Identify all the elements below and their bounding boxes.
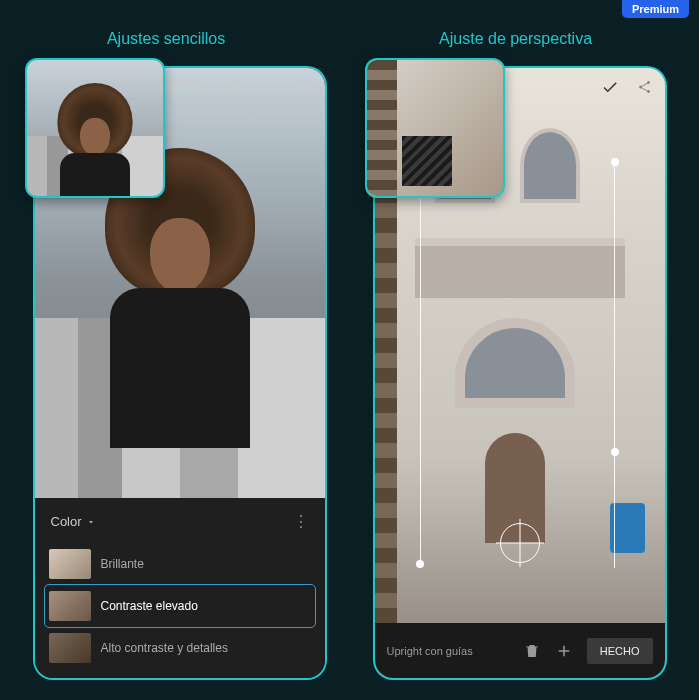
preset-label: Alto contraste y detalles: [101, 641, 228, 655]
check-icon[interactable]: [601, 78, 619, 96]
undo-icon[interactable]: [225, 76, 243, 94]
guide-handle[interactable]: [611, 158, 619, 166]
preset-item[interactable]: Brillante: [45, 543, 315, 585]
guide-handle[interactable]: [611, 448, 619, 456]
editor-topbar: blecidos: [155, 76, 314, 94]
preset-thumb: [49, 633, 91, 663]
presets-panel: Color ⋮ Brillante Contraste elevado Alto…: [35, 498, 325, 678]
perspective-toolbar: Upright con guías HECHO: [375, 623, 665, 678]
check-icon[interactable]: [297, 76, 315, 94]
guide-handle[interactable]: [416, 560, 424, 568]
before-thumbnail[interactable]: [25, 58, 165, 198]
preset-item[interactable]: Contraste elevado: [45, 585, 315, 627]
trash-icon[interactable]: [523, 642, 541, 660]
title-left: Ajustes sencillos: [107, 30, 225, 48]
status-text: Upright con guías: [387, 645, 509, 657]
premium-badge: Premium: [622, 0, 689, 18]
guide-line[interactable]: [614, 158, 615, 568]
before-thumbnail[interactable]: [365, 58, 505, 198]
crosshair-icon[interactable]: [500, 523, 540, 563]
guide-line[interactable]: [420, 158, 421, 568]
revert-icon[interactable]: [261, 76, 279, 94]
preset-label: Brillante: [101, 557, 144, 571]
share-icon[interactable]: [635, 78, 653, 96]
preset-thumb: [49, 549, 91, 579]
title-right: Ajuste de perspectiva: [439, 30, 592, 48]
done-button[interactable]: HECHO: [587, 638, 653, 664]
more-icon[interactable]: ⋮: [293, 512, 309, 531]
plus-icon[interactable]: [555, 642, 573, 660]
preset-item[interactable]: Alto contraste y detalles: [45, 627, 315, 669]
section-dropdown[interactable]: Color: [51, 514, 96, 529]
preset-label: Contraste elevado: [101, 599, 198, 613]
preset-thumb: [49, 591, 91, 621]
chevron-down-icon: [86, 517, 96, 527]
